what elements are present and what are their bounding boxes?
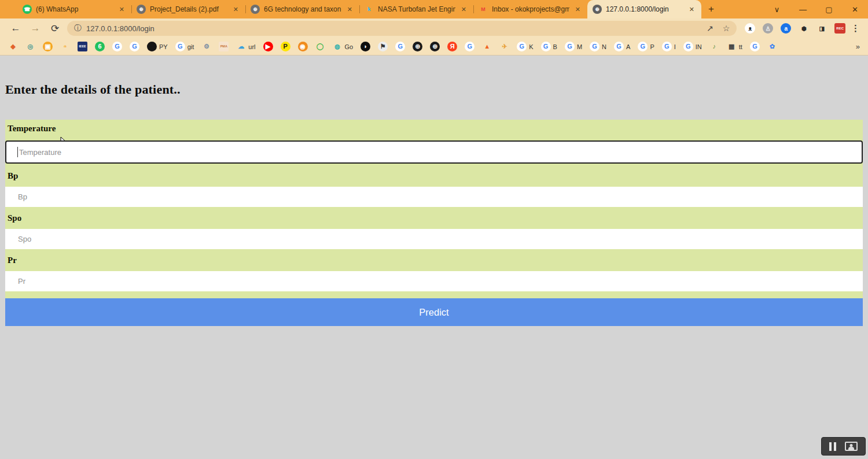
a-extension-icon[interactable]: a xyxy=(781,23,791,34)
bookmark-item[interactable]: PY xyxy=(147,42,168,51)
bookmark-item[interactable]: G xyxy=(750,42,760,51)
bookmark-item[interactable]: ◗ xyxy=(361,42,370,51)
bookmark-item[interactable]: G IN xyxy=(683,42,702,51)
bookmark-item[interactable]: ◍ Go xyxy=(333,42,354,51)
site-info-icon[interactable]: ⓘ xyxy=(74,23,82,34)
bookmark-item[interactable]: G xyxy=(395,42,405,51)
bookmark-item[interactable]: ▲ xyxy=(482,42,492,51)
page-title: Enter the details of the patient.. xyxy=(0,55,868,97)
bookmark-item[interactable]: G git xyxy=(175,42,194,51)
bookmark-item[interactable]: ▶ xyxy=(263,42,273,51)
bookmark-item[interactable]: ılı xyxy=(60,42,70,51)
field-label: Spo xyxy=(5,209,863,227)
field-input-bp[interactable] xyxy=(5,187,863,207)
bird-icon: ◗ xyxy=(361,42,370,51)
camera-icon[interactable] xyxy=(845,442,858,451)
tab-close-icon[interactable]: ✕ xyxy=(345,5,354,14)
bookmark-item[interactable]: G M xyxy=(565,42,582,51)
bookmark-item[interactable]: G K xyxy=(517,42,533,51)
bookmark-item[interactable]: ⚑ xyxy=(378,42,388,51)
speaker-icon: ♪ xyxy=(709,42,719,51)
bookmark-item[interactable]: P xyxy=(281,42,290,51)
ieee-icon: IEEE xyxy=(78,42,87,51)
tab-close-icon[interactable]: ✕ xyxy=(459,5,468,14)
tab-title: 6G technology and taxonor xyxy=(264,5,341,13)
browser-tab[interactable]: ☎ (6) WhatsApp ✕ xyxy=(17,0,131,18)
close-window-button[interactable]: ✕ xyxy=(842,0,868,18)
panda-extension-icon[interactable]: ᴥ xyxy=(745,23,755,34)
bookmark-item[interactable]: ⚙ xyxy=(201,42,211,51)
browser-tab[interactable]: M Inbox - okokprojects@gma ✕ xyxy=(473,0,587,18)
tab-close-icon[interactable]: ✕ xyxy=(117,5,126,14)
bookmark-label: K xyxy=(529,43,533,50)
tab-title: 127.0.0.1:8000/login xyxy=(606,5,683,13)
bookmark-item[interactable]: ⊕ xyxy=(413,42,422,51)
bookmark-star-icon[interactable]: ☆ xyxy=(723,24,730,33)
google-icon: G xyxy=(112,42,122,51)
bookmark-item[interactable]: G I xyxy=(662,42,676,51)
bookmark-item[interactable]: ▣ xyxy=(43,42,53,51)
reload-icon[interactable]: ⟳ xyxy=(45,20,65,37)
yandex-icon: Я xyxy=(447,42,457,51)
kaggle-icon: k xyxy=(365,5,374,14)
extensions-puzzle-icon[interactable]: ⬢ xyxy=(799,23,809,34)
bookmark-item[interactable]: G B xyxy=(541,42,557,51)
minimize-button[interactable]: — xyxy=(790,0,816,18)
address-bar[interactable]: ⓘ 127.0.0.1:8000/login ↗ ☆ xyxy=(67,21,737,36)
bookmark-item[interactable]: ◯ xyxy=(315,42,325,51)
recorder-extension-icon[interactable]: REC xyxy=(834,23,845,34)
field-input-spo[interactable] xyxy=(5,229,863,249)
globe-icon: ⊕ xyxy=(251,5,260,14)
browser-menu-icon[interactable]: ⋮ xyxy=(849,23,862,34)
bookmark-item[interactable]: G N xyxy=(590,42,606,51)
bookmark-label: B xyxy=(553,43,557,50)
bookmark-item[interactable]: ◆ xyxy=(8,42,18,51)
predict-button[interactable]: Predict xyxy=(5,298,863,326)
bookmark-label: A xyxy=(626,43,630,50)
bookmark-item[interactable]: G A xyxy=(614,42,630,51)
browser-tab[interactable]: ⊕ 127.0.0.1:8000/login ✕ xyxy=(587,0,701,18)
bookmark-item[interactable]: G xyxy=(130,42,139,51)
bookmark-item[interactable]: ⊕ xyxy=(430,42,440,51)
bookmark-item[interactable]: ▦ tt xyxy=(727,42,742,51)
share-icon[interactable]: ↗ xyxy=(707,24,713,33)
bookmark-item[interactable]: G P xyxy=(638,42,654,51)
google-icon: G xyxy=(750,42,760,51)
bookmark-item[interactable]: ♪ xyxy=(709,42,719,51)
tab-close-icon[interactable]: ✕ xyxy=(231,5,240,14)
google-icon: G xyxy=(541,42,551,51)
bookmark-item[interactable]: 6 xyxy=(95,42,105,51)
bookmarks-overflow-icon[interactable]: » xyxy=(856,42,860,51)
bookmark-item[interactable]: ✈ xyxy=(499,42,509,51)
browser-tab[interactable]: ⊕ 6G technology and taxonor ✕ xyxy=(245,0,359,18)
field-input-pr[interactable] xyxy=(5,271,863,291)
google-icon: G xyxy=(683,42,693,51)
browser-tab[interactable]: k NASA Turbofan Jet Engine ✕ xyxy=(359,0,473,18)
bookmark-item[interactable]: ✿ xyxy=(767,42,777,51)
tab-close-icon[interactable]: ✕ xyxy=(687,5,696,14)
bookmark-item[interactable]: Я xyxy=(447,42,457,51)
form-field: Pr xyxy=(5,251,863,291)
bookmark-item[interactable]: ◉ xyxy=(298,42,308,51)
back-icon[interactable]: ← xyxy=(6,20,25,37)
extensions-row: ᴥ♙a⬢◨REC xyxy=(745,23,845,34)
side-panel-icon[interactable]: ◨ xyxy=(816,23,827,34)
bookmark-item[interactable]: ◎ xyxy=(25,42,35,51)
avatar-extension-icon[interactable]: ♙ xyxy=(763,23,773,34)
forward-icon[interactable]: → xyxy=(25,20,45,37)
bookmark-item[interactable]: IEEE xyxy=(78,42,87,51)
bookmark-item[interactable]: G xyxy=(112,42,122,51)
bookmark-item[interactable]: PMA xyxy=(219,42,229,51)
maximize-button[interactable]: ▢ xyxy=(816,0,842,18)
google-icon: G xyxy=(662,42,672,51)
browser-tab[interactable]: ⊕ Project_Details (2).pdf ✕ xyxy=(131,0,245,18)
analytics-icon: ılı xyxy=(60,42,70,51)
bookmark-item[interactable]: ☁ url xyxy=(236,42,255,51)
bookmark-item[interactable]: G xyxy=(465,42,475,51)
tab-close-icon[interactable]: ✕ xyxy=(573,5,582,14)
pause-icon[interactable] xyxy=(829,442,836,451)
tab-search-chevron-icon[interactable]: ∨ xyxy=(764,0,790,18)
new-tab-button[interactable]: + xyxy=(701,0,721,18)
field-label: Pr xyxy=(5,251,863,269)
field-input-temperature[interactable] xyxy=(5,140,863,164)
